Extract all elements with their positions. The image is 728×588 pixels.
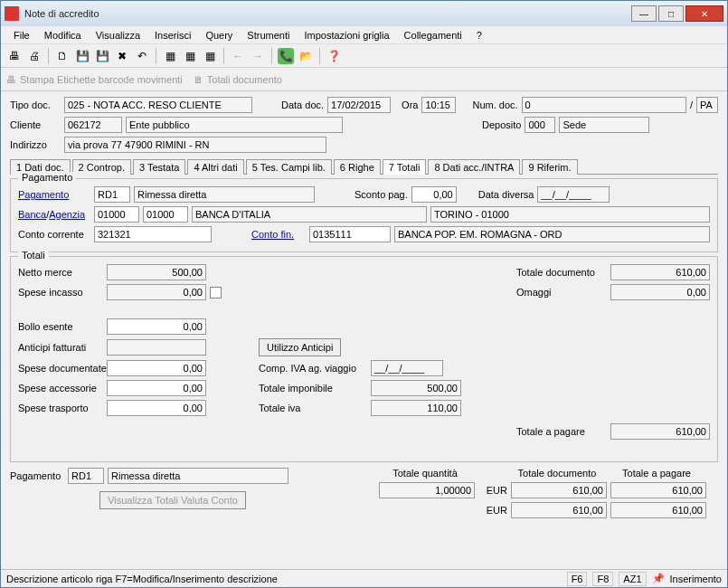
cliente-cod-field[interactable]: 062172 [64, 117, 122, 133]
minimize-button[interactable]: — [631, 5, 657, 22]
agenzia-cod[interactable]: 01000 [143, 206, 188, 223]
status-az1: AZ1 [619, 572, 646, 586]
totdoc-label: Totale documento [516, 267, 607, 278]
speseacc-label: Spese accessorie [18, 383, 103, 394]
folder-icon[interactable]: 📂 [298, 48, 314, 64]
tab-row: 1 Dati doc. 2 Controp. 3 Testata 4 Altri… [10, 158, 718, 175]
window-title: Note di accredito [24, 8, 631, 19]
tab-riferim[interactable]: 9 Riferim. [522, 159, 577, 175]
status-f6: F6 [567, 572, 588, 586]
contofin-field[interactable]: 0135111 [309, 226, 391, 242]
menu-strumenti[interactable]: Strumenti [241, 28, 295, 43]
contofin-link[interactable]: Conto fin. [251, 229, 306, 240]
banca-link[interactable]: Banca [18, 209, 46, 220]
tab-controp[interactable]: 2 Controp. [72, 159, 131, 175]
totqta-label: Totale quantità [375, 468, 475, 479]
totpagare-field: 610,00 [610, 423, 710, 440]
menu-collegamenti[interactable]: Collegamenti [399, 28, 468, 43]
speseacc-field[interactable]: 0,00 [107, 380, 206, 396]
menu-modifica[interactable]: Modifica [39, 28, 87, 43]
menu-visualizza[interactable]: Visualizza [90, 28, 146, 43]
speseinc-check[interactable] [210, 287, 222, 299]
back-icon[interactable]: ← [230, 48, 246, 64]
footer-totpag-label: Totale a pagare [607, 468, 706, 479]
bollo-field[interactable]: 0,00 [107, 318, 206, 335]
deposito-cod-field[interactable]: 000 [525, 117, 555, 133]
menu-query[interactable]: Query [200, 28, 238, 43]
banca-cod[interactable]: 01000 [94, 206, 139, 223]
save2-icon[interactable]: 💾 [94, 48, 110, 64]
close-button[interactable]: ✕ [685, 5, 723, 22]
footer-totdoc1: 610,00 [511, 482, 607, 498]
status-f8: F8 [592, 572, 613, 586]
pagamento-cod[interactable]: RD1 [94, 186, 130, 203]
titlebar: Note di accredito — □ ✕ [1, 1, 727, 26]
datadoc-field[interactable]: 17/02/2015 [327, 97, 391, 113]
ora-field[interactable]: 10:15 [421, 97, 456, 113]
save-icon[interactable]: 💾 [74, 48, 90, 64]
tab-righe[interactable]: 6 Righe [334, 159, 381, 175]
sconto-field[interactable]: 0,00 [411, 186, 457, 203]
pagamento-desc: Rimessa diretta [134, 186, 315, 203]
app-window: Note di accredito — □ ✕ File Modifica Vi… [0, 0, 728, 588]
delete-icon[interactable]: ✖ [114, 48, 130, 64]
fwd-icon[interactable]: → [250, 48, 266, 64]
contofin-desc: BANCA POP. EM. ROMAGNA - ORD [394, 226, 710, 242]
menu-help[interactable]: ? [471, 28, 487, 43]
phone-icon[interactable]: 📞 [278, 48, 294, 64]
grid3-icon[interactable]: ▦ [202, 48, 218, 64]
footer-pag-cod: RD1 [68, 468, 104, 484]
nettomerce-label: Netto merce [18, 267, 103, 278]
print-icon[interactable]: 🖶 [6, 48, 23, 64]
pagamento-link[interactable]: Pagamento [18, 189, 90, 200]
actionbar: 🖶 Stampa Etichette barcode movimenti 🗎 T… [1, 68, 727, 91]
menu-impostazioni[interactable]: Impostazioni griglia [298, 28, 394, 43]
totiva-label: Totale iva [259, 403, 367, 413]
agenzia-link[interactable]: Agenzia [49, 209, 85, 220]
spesetrasp-field[interactable]: 0,00 [107, 400, 206, 416]
print2-icon[interactable]: 🖨 [26, 48, 43, 64]
menu-file[interactable]: File [8, 28, 35, 43]
grid1-icon[interactable]: ▦ [162, 48, 178, 64]
tab-altridati[interactable]: 4 Altri dati [187, 159, 243, 175]
visualizza-totali-button[interactable]: Visualizza Totali Valuta Conto [99, 491, 246, 509]
contocorr-label: Conto corrente [18, 229, 90, 240]
undo-icon[interactable]: ↶ [134, 48, 150, 64]
contocorr-field[interactable]: 321321 [94, 226, 212, 242]
numdoc-suffix[interactable]: PA [696, 97, 718, 113]
numdoc-label: Num. doc. [472, 100, 517, 110]
footer-totdoc2: 610,00 [511, 502, 607, 518]
speseinc-field[interactable]: 0,00 [107, 284, 206, 300]
datadiversa-label: Data diversa [478, 189, 534, 200]
menu-inserisci[interactable]: Inserisci [149, 28, 196, 43]
datadiversa-field[interactable]: __/__/____ [537, 186, 610, 203]
new-icon[interactable]: 🗋 [54, 48, 71, 64]
sconto-label: Sconto pag. [355, 189, 408, 200]
numdoc-field[interactable]: 0 [522, 97, 686, 113]
grid2-icon[interactable]: ▦ [182, 48, 198, 64]
totimp-label: Totale imponibile [259, 383, 367, 394]
tab-testata[interactable]: 3 Testata [133, 159, 185, 175]
maximize-button[interactable]: □ [658, 5, 684, 22]
utilizzo-anticipi-button[interactable]: Utilizzo Anticipi [259, 338, 341, 356]
stampa-etichette-button[interactable]: 🖶 Stampa Etichette barcode movimenti [6, 74, 183, 85]
tipodoc-field[interactable]: 025 - NOTA ACC. RESO CLIENTE [64, 97, 252, 113]
tab-tescampi[interactable]: 5 Tes. Campi lib. [246, 159, 332, 175]
pagamento-legend: Pagamento [18, 172, 76, 183]
filiale-field: TORINO - 01000 [430, 206, 710, 223]
totali-documento-button[interactable]: 🗎 Totali documento [194, 74, 282, 85]
tab-totali[interactable]: 7 Totali [383, 159, 427, 175]
compiva-label: Comp. IVA ag. viaggio [259, 363, 367, 374]
indirizzo-field: via prova 77 47900 RIMINI - RN [64, 137, 326, 153]
pin-icon[interactable]: 📌 [652, 573, 665, 584]
totpagare-label: Totale a pagare [516, 426, 607, 437]
spesedoc-field[interactable]: 0,00 [107, 360, 206, 376]
totiva-field: 110,00 [371, 400, 461, 416]
tab-datiacc[interactable]: 8 Dati acc./INTRA [428, 159, 520, 175]
deposito-desc-field: Sede [559, 117, 649, 133]
compiva-field[interactable]: __/__/____ [371, 360, 443, 376]
help-icon[interactable]: ❓ [326, 48, 342, 64]
anticipi-field [107, 339, 206, 356]
statusbar: Descrizione articolo riga F7=Modifica/In… [1, 569, 727, 587]
footer-pag-label: Pagamento [10, 470, 64, 481]
